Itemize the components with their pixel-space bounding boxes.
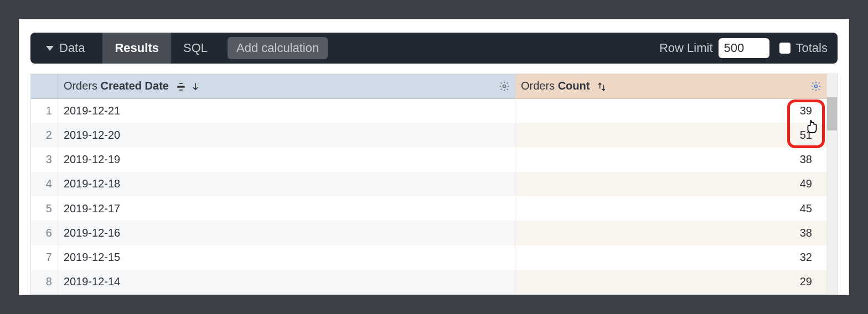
row-number-cell: 5 — [31, 196, 58, 221]
data-toolbar: Data Results SQL Add calculation Row Lim… — [30, 33, 838, 64]
row-limit-label: Row Limit — [659, 41, 713, 55]
table-row: 52019-12-1745 — [31, 196, 827, 221]
sort-indicator — [175, 81, 201, 92]
data-tab-label: Data — [59, 41, 85, 55]
date-cell[interactable]: 2019-12-17 — [58, 196, 515, 221]
gear-icon[interactable] — [499, 81, 510, 95]
data-tab[interactable]: Data — [40, 33, 102, 64]
row-number-cell: 3 — [31, 148, 58, 172]
date-cell[interactable]: 2019-12-20 — [58, 123, 515, 147]
row-limit-control: Row Limit — [659, 38, 769, 58]
column-header-created-date[interactable]: Orders Created Date — [58, 74, 515, 98]
totals-label: Totals — [796, 41, 828, 55]
svg-point-4 — [814, 85, 817, 88]
date-cell[interactable]: 2019-12-16 — [58, 221, 515, 245]
sql-tab[interactable]: SQL — [171, 33, 220, 64]
explore-panel: Data Results SQL Add calculation Row Lim… — [19, 19, 849, 295]
table-row: 62019-12-1638 — [31, 221, 827, 245]
svg-rect-1 — [179, 83, 183, 84]
row-limit-input[interactable] — [719, 38, 769, 58]
date-cell[interactable]: 2019-12-15 — [58, 245, 515, 270]
dim-prefix: Orders — [64, 80, 101, 92]
add-calculation-label: Add calculation — [236, 41, 319, 55]
count-cell[interactable]: 45 — [515, 196, 827, 221]
meas-prefix: Orders — [521, 80, 558, 92]
table-row: 12019-12-2139 — [31, 98, 827, 123]
sql-tab-label: SQL — [183, 41, 208, 55]
vertical-scrollbar[interactable] — [827, 74, 837, 294]
column-header-count[interactable]: Orders Count — [515, 74, 827, 98]
results-table-container: Orders Created Date Orders Count — [30, 74, 838, 295]
caret-down-icon — [46, 46, 54, 51]
count-cell[interactable]: 29 — [515, 270, 827, 294]
gear-icon[interactable] — [810, 81, 822, 95]
totals-checkbox[interactable] — [779, 43, 790, 54]
row-number-cell: 2 — [31, 123, 58, 147]
table-row: 22019-12-2051 — [31, 123, 827, 147]
totals-control[interactable]: Totals — [779, 41, 828, 55]
row-number-cell: 8 — [31, 270, 58, 294]
svg-point-3 — [503, 85, 505, 88]
arrow-down-icon — [190, 81, 201, 92]
row-number-cell: 6 — [31, 221, 58, 245]
meas-name: Count — [558, 80, 590, 92]
pivot-icon — [175, 81, 187, 92]
swap-icon — [596, 81, 607, 92]
date-cell[interactable]: 2019-12-18 — [58, 172, 515, 196]
dim-name: Created Date — [101, 80, 169, 92]
row-number-header — [31, 74, 58, 98]
results-tab-label: Results — [115, 41, 158, 55]
count-cell[interactable]: 38 — [515, 221, 827, 245]
count-cell[interactable]: 49 — [515, 172, 827, 196]
table-row: 72019-12-1532 — [31, 245, 827, 270]
table-row: 82019-12-1429 — [31, 270, 827, 294]
table-row: 32019-12-1938 — [31, 148, 827, 172]
count-cell[interactable]: 38 — [515, 148, 827, 172]
row-number-cell: 7 — [31, 245, 58, 270]
date-cell[interactable]: 2019-12-19 — [58, 148, 515, 172]
svg-rect-0 — [177, 86, 184, 87]
count-cell[interactable]: 51 — [515, 123, 827, 147]
results-tab[interactable]: Results — [102, 33, 170, 64]
date-cell[interactable]: 2019-12-14 — [58, 270, 515, 294]
count-cell[interactable]: 32 — [515, 245, 827, 270]
table-row: 42019-12-1849 — [31, 172, 827, 196]
row-number-cell: 4 — [31, 172, 58, 196]
scrollbar-thumb[interactable] — [827, 97, 837, 130]
date-cell[interactable]: 2019-12-21 — [58, 98, 515, 123]
add-calculation-button[interactable]: Add calculation — [228, 37, 328, 59]
results-table: Orders Created Date Orders Count — [31, 74, 827, 294]
row-number-cell: 1 — [31, 98, 58, 123]
sort-indicator-meas — [596, 81, 607, 92]
svg-rect-2 — [179, 90, 183, 91]
count-cell[interactable]: 39 — [515, 98, 827, 123]
